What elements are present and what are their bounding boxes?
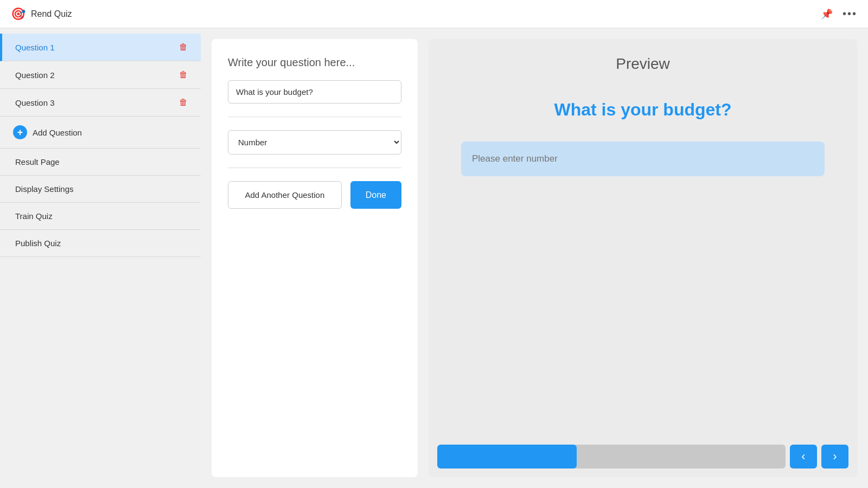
preview-panel: Preview What is your budget? ‹ › <box>429 39 857 477</box>
add-question-item[interactable]: + Add Question <box>0 117 201 149</box>
question-text-input[interactable] <box>228 80 401 104</box>
question-type-select[interactable]: Text Number Email Date <box>228 130 401 155</box>
delete-question1-icon[interactable]: 🗑 <box>179 42 188 52</box>
delete-question3-icon[interactable]: 🗑 <box>179 98 188 107</box>
header-left: 🎯 Rend Quiz <box>11 7 72 21</box>
sidebar-item-result-page[interactable]: Result Page <box>0 149 201 176</box>
progress-bar-fill <box>437 445 577 468</box>
app-logo-icon: 🎯 <box>11 7 25 21</box>
preview-number-input[interactable] <box>461 142 825 176</box>
preview-header: Preview <box>429 39 857 84</box>
sidebar: Question 1 🗑 Question 2 🗑 Question 3 🗑 +… <box>0 28 201 488</box>
preview-question-text: What is your budget? <box>554 100 731 120</box>
sidebar-item-train-quiz[interactable]: Train Quiz <box>0 203 201 230</box>
add-question-label: Add Question <box>33 128 82 137</box>
panel-label: Write your question here... <box>228 55 401 69</box>
more-options-icon[interactable]: ••• <box>843 8 857 20</box>
add-question-icon: + <box>13 125 27 139</box>
result-page-label: Result Page <box>15 157 60 166</box>
sidebar-item-display-settings[interactable]: Display Settings <box>0 176 201 203</box>
sidebar-item-question2[interactable]: Question 2 🗑 <box>0 61 201 89</box>
divider-1 <box>228 117 401 117</box>
main-content: Question 1 🗑 Question 2 🗑 Question 3 🗑 +… <box>0 28 868 488</box>
preview-title: Preview <box>439 55 846 73</box>
app-title: Rend Quiz <box>31 9 72 19</box>
sidebar-item-publish-quiz[interactable]: Publish Quiz <box>0 230 201 257</box>
sidebar-item-label: Question 3 <box>15 98 55 107</box>
prev-button[interactable]: ‹ <box>790 445 817 468</box>
preview-footer: ‹ › <box>429 436 857 477</box>
action-buttons: Add Another Question Done <box>228 181 401 209</box>
next-button[interactable]: › <box>821 445 848 468</box>
progress-bar-container <box>437 445 786 468</box>
pin-icon[interactable]: 📌 <box>821 8 833 20</box>
divider-2 <box>228 168 401 168</box>
train-quiz-label: Train Quiz <box>15 211 53 221</box>
delete-question2-icon[interactable]: 🗑 <box>179 70 188 80</box>
display-settings-label: Display Settings <box>15 184 74 194</box>
sidebar-item-question1[interactable]: Question 1 🗑 <box>0 34 201 61</box>
header-right: 📌 ••• <box>821 8 857 20</box>
sidebar-item-question3[interactable]: Question 3 🗑 <box>0 89 201 117</box>
publish-quiz-label: Publish Quiz <box>15 239 61 248</box>
content-area: Write your question here... Text Number … <box>201 28 868 488</box>
sidebar-item-label: Question 1 <box>15 43 55 52</box>
done-button[interactable]: Done <box>350 181 401 209</box>
preview-content: What is your budget? <box>429 84 857 436</box>
add-another-question-button[interactable]: Add Another Question <box>228 181 342 209</box>
header: 🎯 Rend Quiz 📌 ••• <box>0 0 868 28</box>
sidebar-item-label: Question 2 <box>15 70 55 80</box>
question-editor-panel: Write your question here... Text Number … <box>212 39 418 477</box>
